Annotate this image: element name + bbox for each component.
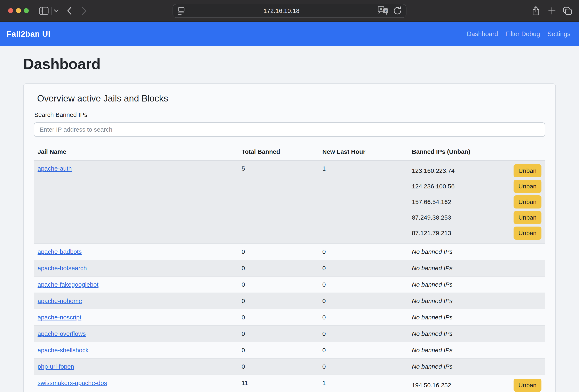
unban-button[interactable]: Unban <box>513 226 541 240</box>
banned-ips-cell: No banned IPs <box>408 309 545 326</box>
new-tab-icon[interactable] <box>547 0 557 22</box>
nav-item-filter-debug[interactable]: Filter Debug <box>505 30 540 38</box>
total-banned-cell: 0 <box>238 309 319 326</box>
jail-link[interactable]: swissmakers-apache-dos <box>38 380 107 386</box>
jails-table: Jail Name Total Banned New Last Hour Ban… <box>34 145 545 392</box>
header-jail-name: Jail Name <box>34 145 238 160</box>
svg-text:x: x <box>385 9 387 13</box>
table-header-row: Jail Name Total Banned New Last Hour Ban… <box>34 145 545 160</box>
total-banned-cell: 0 <box>238 342 319 358</box>
window-controls <box>8 8 29 13</box>
banned-ip: 87.249.38.253 <box>412 214 451 221</box>
toolbar-divider <box>51 7 52 15</box>
table-row: php-url-fopen00No banned IPs <box>34 358 545 375</box>
chevron-down-icon[interactable] <box>53 0 60 22</box>
tab-overview-icon[interactable] <box>562 0 573 22</box>
sidebar-toggle-icon[interactable] <box>38 0 50 22</box>
table-row: apache-fakegooglebot00No banned IPs <box>34 276 545 293</box>
no-banned-ips-text: No banned IPs <box>412 330 452 337</box>
jail-link[interactable]: apache-auth <box>38 165 72 172</box>
total-banned-cell: 0 <box>238 326 319 342</box>
no-banned-ips-text: No banned IPs <box>412 265 452 272</box>
zoom-window-icon[interactable] <box>24 8 29 13</box>
minimize-window-icon[interactable] <box>16 8 21 13</box>
total-banned-cell: 0 <box>238 244 319 260</box>
new-last-hour-cell: 0 <box>319 326 408 342</box>
reload-icon[interactable] <box>393 6 402 16</box>
total-banned-cell: 0 <box>238 276 319 293</box>
jail-link[interactable]: apache-botsearch <box>38 265 87 272</box>
banned-ip: 194.50.16.252 <box>412 382 451 389</box>
jail-name-cell: apache-overflows <box>34 326 238 342</box>
jail-name-cell: apache-auth <box>34 160 238 244</box>
header-new-last-hour: New Last Hour <box>319 145 408 160</box>
banned-ip: 87.121.79.213 <box>412 230 451 237</box>
forward-icon[interactable] <box>80 0 89 22</box>
banned-ip: 124.236.100.56 <box>412 183 455 190</box>
no-banned-ips-text: No banned IPs <box>412 314 452 321</box>
page-content: Dashboard Overview active Jails and Bloc… <box>0 55 579 392</box>
page-title: Dashboard <box>23 55 556 72</box>
app-navbar: Fail2ban UI Dashboard Filter Debug Setti… <box>0 22 579 46</box>
new-last-hour-cell: 0 <box>319 276 408 293</box>
jail-link[interactable]: php-url-fopen <box>38 363 74 370</box>
jail-name-cell: apache-shellshock <box>34 342 238 358</box>
url-text[interactable]: 172.16.10.18 <box>185 7 378 14</box>
no-banned-ips-text: No banned IPs <box>412 297 452 304</box>
jail-name-cell: apache-badbots <box>34 244 238 260</box>
new-last-hour-cell: 1 <box>319 160 408 244</box>
brand-link[interactable]: Fail2ban UI <box>6 30 51 39</box>
banned-ips-cell: 194.50.16.252UnbanUnban <box>408 375 545 392</box>
banned-ips-cell: No banned IPs <box>408 342 545 358</box>
table-row: apache-auth51123.160.223.74Unban124.236.… <box>34 160 545 244</box>
nav-item-settings[interactable]: Settings <box>547 30 570 38</box>
jail-link[interactable]: apache-badbots <box>38 248 82 255</box>
jail-link[interactable]: apache-noscript <box>38 314 81 321</box>
address-bar[interactable]: 172.16.10.18 A x <box>173 4 406 18</box>
table-row: apache-noscript00No banned IPs <box>34 309 545 326</box>
close-window-icon[interactable] <box>8 8 13 13</box>
jail-name-cell: apache-noscript <box>34 309 238 326</box>
unban-button[interactable]: Unban <box>513 180 541 193</box>
banned-ips-cell: No banned IPs <box>408 244 545 260</box>
jail-link[interactable]: apache-nohome <box>38 297 82 304</box>
banned-ips-cell: No banned IPs <box>408 326 545 342</box>
header-banned-ips: Banned IPs (Unban) <box>408 145 545 160</box>
banned-ips-cell: No banned IPs <box>408 293 545 309</box>
no-banned-ips-text: No banned IPs <box>412 248 452 255</box>
new-last-hour-cell: 0 <box>319 358 408 375</box>
jail-link[interactable]: apache-fakegooglebot <box>38 281 98 288</box>
table-row: apache-overflows00No banned IPs <box>34 326 545 342</box>
banned-ips-cell: 123.160.223.74Unban124.236.100.56Unban15… <box>408 160 545 244</box>
unban-button[interactable]: Unban <box>513 379 541 392</box>
header-total-banned: Total Banned <box>238 145 319 160</box>
total-banned-cell: 0 <box>238 260 319 276</box>
svg-text:A: A <box>380 7 382 11</box>
nav-item-dashboard[interactable]: Dashboard <box>467 30 498 38</box>
no-banned-ips-text: No banned IPs <box>412 281 452 288</box>
new-last-hour-cell: 0 <box>319 309 408 326</box>
page-reader-icon[interactable] <box>177 6 185 15</box>
unban-button[interactable]: Unban <box>513 164 541 177</box>
unban-button[interactable]: Unban <box>513 195 541 209</box>
banned-ips-cell: No banned IPs <box>408 276 545 293</box>
banned-ips-cell: No banned IPs <box>408 260 545 276</box>
new-last-hour-cell: 1 <box>319 375 408 392</box>
jail-link[interactable]: apache-overflows <box>38 330 86 337</box>
banned-ip-row: 123.160.223.74Unban <box>412 164 541 178</box>
search-input[interactable] <box>34 122 545 137</box>
banned-ip-row: 157.66.54.162Unban <box>412 195 541 209</box>
new-last-hour-cell: 0 <box>319 260 408 276</box>
card-heading: Overview active Jails and Blocks <box>37 93 545 104</box>
share-icon[interactable] <box>531 0 541 22</box>
back-icon[interactable] <box>65 0 74 22</box>
translate-icon[interactable]: A x <box>378 5 389 16</box>
jail-link[interactable]: apache-shellshock <box>38 347 88 353</box>
nav-links: Dashboard Filter Debug Settings <box>467 30 570 38</box>
unban-button[interactable]: Unban <box>513 211 541 224</box>
banned-ip: 123.160.223.74 <box>412 167 455 174</box>
table-row: swissmakers-apache-dos111194.50.16.252Un… <box>34 375 545 392</box>
banned-ip-row: 124.236.100.56Unban <box>412 179 541 193</box>
banned-ip: 157.66.54.162 <box>412 198 451 205</box>
jail-name-cell: swissmakers-apache-dos <box>34 375 238 392</box>
